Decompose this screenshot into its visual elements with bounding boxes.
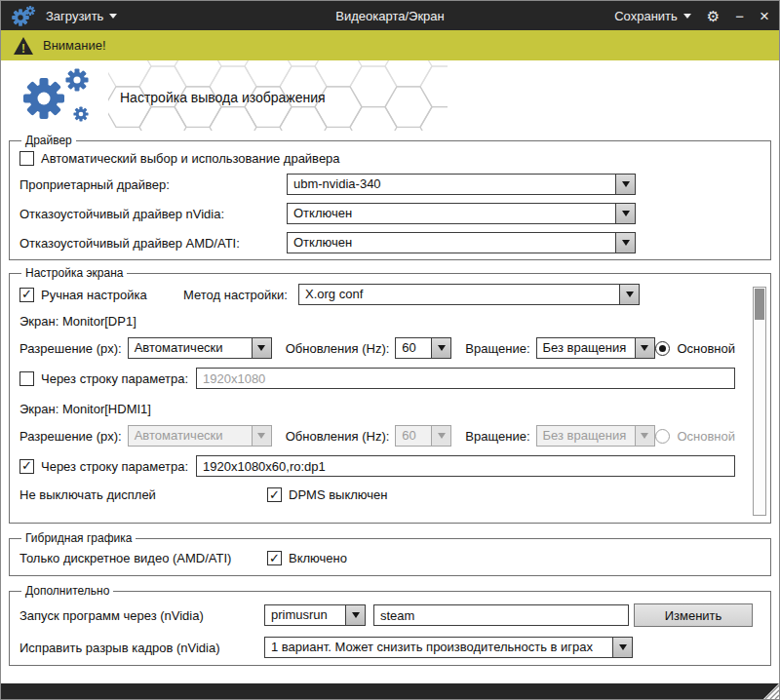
manual-setup-row: Ручная настройка Метод настройки: X.org … [20,284,735,305]
warning-banner[interactable]: ! Внимание! [1,30,779,60]
chevron-down-icon [109,14,117,19]
monitor2-primary-radio[interactable] [655,429,670,444]
failsafe-nvidia-value: Отключен [288,204,615,223]
additional-section: Дополнительно Запуск программ через (nVi… [9,584,771,666]
driver-section: Драйвер Автоматический выбор и использов… [9,134,771,260]
save-menu-button[interactable]: Сохранить [614,9,691,23]
monitor1-primary-radio-group: Основной [655,341,735,356]
monitor2-param-label: Через строку параметра: [41,459,188,474]
load-menu-button[interactable]: Загрузить [46,9,117,23]
app-logo-gears-icon [11,3,36,28]
display-settings-gears-icon [13,62,104,129]
additional-legend: Дополнительно [21,584,113,598]
failsafe-nvidia-row: Отказоустойчивый драйвер nVidia: Отключе… [20,203,760,224]
auto-driver-checkbox[interactable] [20,151,34,166]
chevron-down-icon [622,240,630,246]
combo-arrow-button[interactable] [345,605,365,625]
proprietary-driver-value: ubm-nvidia-340 [288,175,615,194]
tearing-fix-value: 1 вариант. Может снизить производительно… [265,638,612,657]
failsafe-nvidia-select[interactable]: Отключен [287,203,636,224]
launch-programs-row: Запуск программ через (nVidia) primusrun… [20,603,760,627]
manual-setup-control: Ручная настройка [20,288,183,302]
monitor1-controls-row: Разрешение (px): Автоматически Обновлени… [20,337,735,359]
discrete-video-row: Только дискретное видео (AMD/ATI) Включе… [20,551,760,565]
monitor2-refresh-value: 60 [396,426,431,446]
monitor2-primary-label: Основной [677,429,735,444]
proprietary-driver-select[interactable]: ubm-nvidia-340 [287,174,636,195]
chevron-down-icon [622,211,630,216]
monitor2-param-input[interactable] [196,455,735,477]
monitor2-param-row: Через строку параметра: [20,455,735,477]
combo-arrow-button [252,426,271,446]
chevron-down-icon [438,433,446,439]
status-bar [1,683,779,699]
combo-arrow-button[interactable] [252,338,271,358]
monitor1-rotation-label: Вращение: [465,341,529,356]
warning-triangle-icon: ! [13,36,34,56]
monitor1-resolution-value: Автоматически [129,338,252,358]
monitor2-resolution-label: Разрешение (px): [20,429,122,444]
failsafe-amd-select[interactable]: Отключен [287,232,636,253]
monitor1-refresh-value: 60 [396,338,431,358]
chevron-down-icon [619,644,627,650]
combo-arrow-button[interactable] [635,338,654,358]
window-title: Видеокарта/Экран [335,9,444,23]
monitor2-rotation-select: Без вращения [536,425,655,447]
monitor2-rotation-value: Без вращения [537,426,635,446]
method-select[interactable]: X.org conf [298,284,640,305]
svg-text:!: ! [21,41,25,55]
dpms-checkbox[interactable] [267,487,282,502]
monitor1-param-checkbox[interactable] [20,371,34,386]
combo-arrow-button[interactable] [612,638,632,657]
chevron-down-icon [438,345,446,351]
settings-gear-icon[interactable]: ⚙ [707,9,720,23]
load-menu-label: Загрузить [46,9,103,23]
monitor1-resolution-select[interactable]: Автоматически [128,337,272,359]
save-menu-label: Сохранить [614,9,678,23]
auto-driver-row: Автоматический выбор и использование дра… [20,151,760,166]
combo-arrow-button[interactable] [615,175,635,194]
chevron-down-icon [352,612,360,618]
screen-settings-legend: Настройка экрана [21,266,127,280]
chevron-down-icon [641,345,648,351]
monitor1-param-label: Через строку параметра: [41,371,188,386]
tearing-fix-row: Исправить разрыв кадров (nVidia) 1 вариа… [20,637,760,658]
chevron-down-icon [257,433,265,439]
minimize-button[interactable]: − [735,9,744,23]
warning-label: Внимание! [43,38,106,53]
monitor1-primary-label: Основной [677,341,735,356]
discrete-video-checkbox[interactable] [267,551,282,565]
resize-grip-icon[interactable] [763,683,779,699]
combo-arrow-button[interactable] [619,285,639,304]
discrete-video-checkbox-label: Включено [289,551,347,565]
tearing-fix-select[interactable]: 1 вариант. Может снизить производительно… [264,637,633,658]
combo-arrow-button[interactable] [615,204,635,223]
chevron-down-icon [622,181,630,187]
dpms-left-label: Не выключать дисплей [20,487,261,502]
monitor2-primary-radio-group: Основной [655,429,735,444]
change-button[interactable]: Изменить [634,603,753,627]
scrollbar-thumb[interactable] [755,289,764,320]
launch-program-input[interactable] [373,604,629,626]
discrete-video-label: Только дискретное видео (AMD/ATI) [20,551,261,565]
launch-wrapper-select[interactable]: primusrun [264,604,366,626]
chevron-down-icon [626,292,634,297]
monitor1-rotation-select[interactable]: Без вращения [536,337,655,359]
chevron-down-icon [257,345,265,351]
monitor1-resolution-label: Разрешение (px): [20,341,122,356]
close-button[interactable]: × [760,8,769,24]
monitor1-primary-radio[interactable] [655,341,670,356]
manual-setup-checkbox[interactable] [20,288,34,302]
combo-arrow-button[interactable] [615,233,635,253]
monitor2-param-checkbox[interactable] [20,459,34,474]
monitor1-refresh-select[interactable]: 60 [395,337,451,359]
hybrid-graphics-legend: Гибридная графика [21,531,136,545]
dpms-checkbox-label: DPMS выключен [289,487,388,502]
monitor1-rotation-value: Без вращения [537,338,635,358]
monitor1-param-input[interactable] [196,368,735,389]
launch-programs-label: Запуск программ через (nVidia) [20,608,258,623]
combo-arrow-button[interactable] [431,338,450,358]
combo-arrow-button [431,426,450,446]
failsafe-amd-row: Отказоустойчивый драйвер AMD/ATI: Отключ… [20,232,760,253]
scrollbar[interactable] [753,287,766,516]
